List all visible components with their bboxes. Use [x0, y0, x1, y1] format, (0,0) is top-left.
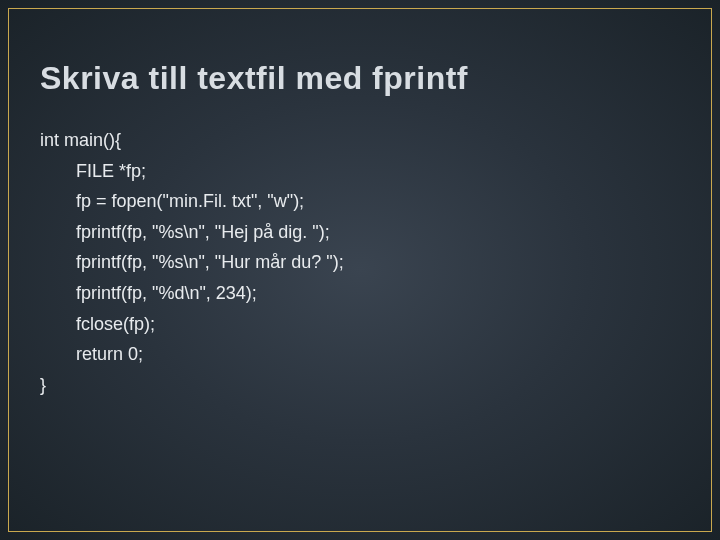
slide-border	[8, 8, 712, 532]
